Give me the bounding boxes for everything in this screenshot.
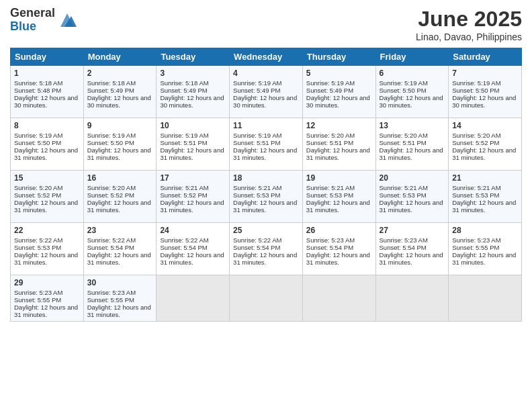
sunrise-value: Sunrise: 5:21 AM (452, 184, 500, 191)
sunrise-value: Sunrise: 5:19 AM (233, 79, 281, 87)
sunrise-value: Sunrise: 5:19 AM (14, 132, 62, 139)
day-number: 18 (233, 173, 299, 183)
table-cell: 17Sunrise: 5:21 AMSunset: 5:52 PMDayligh… (157, 171, 230, 223)
table-cell: 4Sunrise: 5:19 AMSunset: 5:49 PMDaylight… (230, 66, 303, 118)
calendar-subtitle: Linao, Davao, Philippines (416, 32, 522, 42)
table-cell (375, 275, 449, 322)
day-number: 9 (87, 121, 153, 130)
sunset-value: Sunset: 5:53 PM (380, 191, 427, 199)
daylight-value: Daylight: 12 hours and 30 minutes. (233, 94, 297, 109)
table-cell: 6Sunrise: 5:19 AMSunset: 5:50 PMDaylight… (375, 66, 449, 118)
day-number: 10 (160, 121, 226, 130)
day-number: 5 (306, 68, 372, 78)
sunrise-value: Sunrise: 5:21 AM (306, 184, 355, 191)
sunset-value: Sunset: 5:50 PM (452, 87, 499, 94)
table-cell: 1Sunrise: 5:18 AMSunset: 5:48 PMDaylight… (11, 66, 84, 118)
day-number: 1 (14, 68, 80, 78)
logo-general: General (10, 7, 55, 20)
sunrise-value: Sunrise: 5:20 AM (380, 132, 428, 139)
sunset-value: Sunset: 5:54 PM (87, 244, 134, 251)
sunrise-value: Sunrise: 5:20 AM (87, 184, 136, 191)
day-number: 30 (87, 278, 153, 287)
daylight-value: Daylight: 12 hours and 31 minutes. (87, 304, 151, 318)
sunset-value: Sunset: 5:49 PM (160, 87, 207, 94)
daylight-value: Daylight: 12 hours and 31 minutes. (14, 304, 78, 318)
table-cell: 5Sunrise: 5:19 AMSunset: 5:49 PMDaylight… (302, 66, 375, 118)
day-number: 6 (380, 68, 445, 78)
sunset-value: Sunset: 5:55 PM (452, 244, 499, 251)
table-cell: 15Sunrise: 5:20 AMSunset: 5:52 PMDayligh… (11, 171, 84, 223)
table-cell: 20Sunrise: 5:21 AMSunset: 5:53 PMDayligh… (375, 171, 449, 223)
sunset-value: Sunset: 5:54 PM (233, 244, 280, 251)
sunset-value: Sunset: 5:52 PM (160, 191, 207, 199)
day-number: 16 (87, 173, 153, 183)
table-cell: 18Sunrise: 5:21 AMSunset: 5:53 PMDayligh… (230, 171, 303, 223)
sunset-value: Sunset: 5:50 PM (380, 87, 427, 94)
table-cell: 29Sunrise: 5:23 AMSunset: 5:55 PMDayligh… (11, 275, 84, 322)
daylight-value: Daylight: 12 hours and 31 minutes. (87, 199, 151, 214)
page-header: General Blue June 2025 Linao, Davao, Phi… (10, 7, 522, 42)
sunrise-value: Sunrise: 5:19 AM (233, 132, 281, 139)
daylight-value: Daylight: 12 hours and 31 minutes. (380, 146, 443, 161)
sunset-value: Sunset: 5:49 PM (233, 87, 280, 94)
sunrise-value: Sunrise: 5:20 AM (306, 132, 355, 139)
day-number: 11 (233, 121, 299, 130)
table-cell: 19Sunrise: 5:21 AMSunset: 5:53 PMDayligh… (302, 171, 375, 223)
table-cell: 24Sunrise: 5:22 AMSunset: 5:54 PMDayligh… (157, 223, 230, 275)
day-number: 25 (233, 226, 299, 235)
sunrise-value: Sunrise: 5:23 AM (306, 236, 355, 244)
sunrise-value: Sunrise: 5:21 AM (160, 184, 208, 191)
daylight-value: Daylight: 12 hours and 30 minutes. (452, 94, 516, 109)
sunset-value: Sunset: 5:55 PM (87, 296, 134, 304)
col-sunday: Sunday (11, 48, 84, 66)
sunrise-value: Sunrise: 5:23 AM (380, 236, 428, 244)
sunrise-value: Sunrise: 5:23 AM (452, 236, 500, 244)
day-number: 13 (380, 121, 445, 130)
day-number: 19 (306, 173, 372, 183)
header-row: Sunday Monday Tuesday Wednesday Thursday… (11, 48, 522, 66)
daylight-value: Daylight: 12 hours and 30 minutes. (14, 94, 78, 109)
sunrise-value: Sunrise: 5:20 AM (14, 184, 62, 191)
sunset-value: Sunset: 5:48 PM (14, 87, 61, 94)
table-cell: 22Sunrise: 5:22 AMSunset: 5:53 PMDayligh… (11, 223, 84, 275)
sunset-value: Sunset: 5:53 PM (452, 191, 499, 199)
sunset-value: Sunset: 5:52 PM (14, 191, 61, 199)
day-number: 14 (452, 121, 518, 130)
sunrise-value: Sunrise: 5:23 AM (87, 289, 136, 296)
sunrise-value: Sunrise: 5:19 AM (87, 132, 136, 139)
sunset-value: Sunset: 5:50 PM (87, 139, 134, 146)
day-number: 17 (160, 173, 226, 183)
daylight-value: Daylight: 12 hours and 31 minutes. (14, 251, 78, 266)
daylight-value: Daylight: 12 hours and 30 minutes. (87, 94, 151, 109)
sunset-value: Sunset: 5:49 PM (87, 87, 134, 94)
daylight-value: Daylight: 12 hours and 31 minutes. (233, 199, 297, 214)
table-cell: 21Sunrise: 5:21 AMSunset: 5:53 PMDayligh… (449, 171, 522, 223)
sunrise-value: Sunrise: 5:18 AM (160, 79, 208, 87)
daylight-value: Daylight: 12 hours and 31 minutes. (452, 251, 516, 266)
table-cell: 9Sunrise: 5:19 AMSunset: 5:50 PMDaylight… (83, 118, 157, 171)
table-cell: 28Sunrise: 5:23 AMSunset: 5:55 PMDayligh… (449, 223, 522, 275)
sunset-value: Sunset: 5:49 PM (306, 87, 353, 94)
sunset-value: Sunset: 5:52 PM (452, 139, 499, 146)
table-cell (449, 275, 522, 322)
daylight-value: Daylight: 12 hours and 31 minutes. (452, 199, 516, 214)
table-cell: 26Sunrise: 5:23 AMSunset: 5:54 PMDayligh… (302, 223, 375, 275)
table-cell: 27Sunrise: 5:23 AMSunset: 5:54 PMDayligh… (375, 223, 449, 275)
day-number: 29 (14, 278, 80, 287)
day-number: 23 (87, 226, 153, 235)
daylight-value: Daylight: 12 hours and 30 minutes. (306, 94, 370, 109)
sunrise-value: Sunrise: 5:18 AM (87, 79, 136, 87)
day-number: 21 (452, 173, 518, 183)
day-number: 20 (380, 173, 445, 183)
day-number: 27 (380, 226, 445, 235)
daylight-value: Daylight: 12 hours and 31 minutes. (380, 251, 443, 266)
calendar-page: General Blue June 2025 Linao, Davao, Phi… (0, 0, 532, 411)
daylight-value: Daylight: 12 hours and 31 minutes. (233, 146, 297, 161)
table-cell: 30Sunrise: 5:23 AMSunset: 5:55 PMDayligh… (83, 275, 157, 322)
daylight-value: Daylight: 12 hours and 31 minutes. (306, 199, 370, 214)
table-cell: 13Sunrise: 5:20 AMSunset: 5:51 PMDayligh… (375, 118, 449, 171)
day-number: 28 (452, 226, 518, 235)
daylight-value: Daylight: 12 hours and 31 minutes. (380, 199, 443, 214)
calendar-title: June 2025 (416, 7, 522, 32)
logo-blue: Blue (10, 20, 55, 34)
